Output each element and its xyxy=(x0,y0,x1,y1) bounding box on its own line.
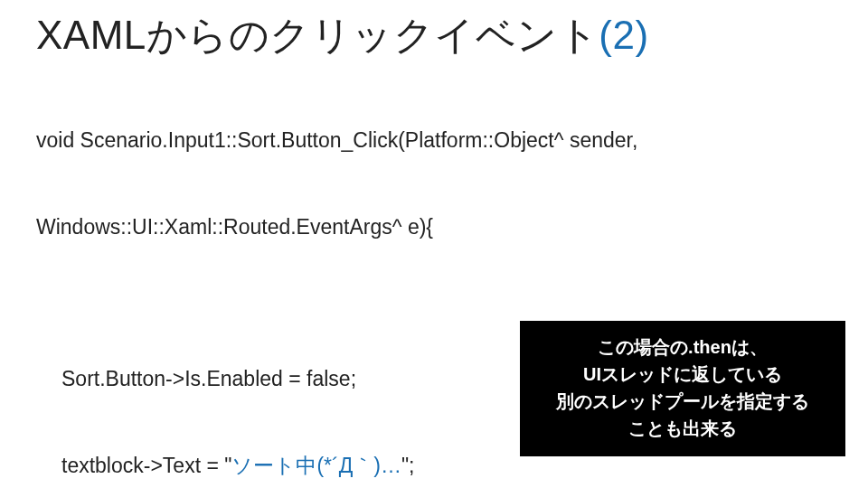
slide-title: XAMLからのクリックイベント(2) xyxy=(36,9,841,62)
callout-box: この場合の.thenは、 UIスレッドに返している 別のスレッドプールを指定する… xyxy=(520,321,845,456)
callout-line: この場合の.thenは、 xyxy=(529,333,836,361)
callout-line: ことも出来る xyxy=(529,415,836,442)
code-line: void Scenario.Input1::Sort.Button_Click(… xyxy=(36,127,841,155)
slide: XAMLからのクリックイベント(2) void Scenario.Input1:… xyxy=(0,0,868,488)
code-line: Windows::UI::Xaml::Routed.EventArgs^ e){ xyxy=(36,213,841,242)
title-text: XAMLからのクリックイベント xyxy=(36,13,599,57)
callout-line: 別のスレッドプールを指定する xyxy=(529,388,836,415)
title-accent: (2) xyxy=(599,13,648,57)
callout-line: UIスレッドに返している xyxy=(529,361,836,388)
